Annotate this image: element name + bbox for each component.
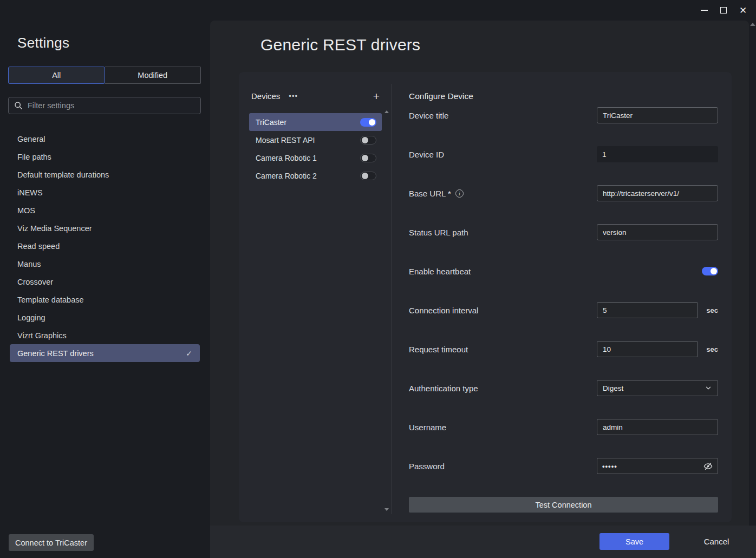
- maximize-button[interactable]: [714, 0, 733, 21]
- password-input[interactable]: [602, 462, 689, 470]
- status-url-input[interactable]: [597, 224, 718, 240]
- sidebar-item-generic-rest-drivers[interactable]: Generic REST drivers ✓: [10, 344, 200, 362]
- filter-settings-box: [8, 97, 201, 114]
- info-icon[interactable]: i: [455, 189, 464, 198]
- connection-interval-input[interactable]: [597, 302, 698, 318]
- devices-title: Devices: [251, 91, 280, 101]
- device-toggle[interactable]: [360, 154, 376, 162]
- device-row-mosart-rest-api[interactable]: Mosart REST API: [249, 131, 382, 149]
- minimize-icon: [701, 10, 708, 11]
- filter-tabs: All Modified: [8, 67, 201, 84]
- device-name: TriCaster: [256, 118, 286, 127]
- device-title-row: Device title: [409, 107, 718, 123]
- devices-panel: Devices ••• + TriCaster Mosart REST API …: [239, 72, 392, 522]
- settings-nav: General File paths Default template dura…: [10, 130, 200, 362]
- authentication-type-label: Authentication type: [409, 384, 478, 393]
- password-field: [597, 458, 718, 474]
- page-title: Generic REST drivers: [260, 36, 420, 54]
- password-row: Password: [409, 458, 718, 474]
- sidebar-item-file-paths[interactable]: File paths: [10, 148, 200, 166]
- scroll-up-icon[interactable]: [384, 110, 389, 113]
- search-icon: [14, 101, 23, 110]
- settings-title: Settings: [17, 35, 69, 51]
- device-toggle[interactable]: [360, 136, 376, 145]
- authentication-type-row: Authentication type Digest: [409, 380, 718, 396]
- device-name: Camera Robotic 1: [256, 154, 317, 162]
- toggle-knob: [711, 268, 717, 274]
- sidebar-item-inews[interactable]: iNEWS: [10, 183, 200, 201]
- device-title-label: Device title: [409, 111, 448, 120]
- tab-modified[interactable]: Modified: [105, 67, 201, 84]
- device-id-input: [597, 146, 718, 162]
- cancel-button[interactable]: Cancel: [687, 533, 746, 550]
- base-url-label: Base URL * i: [409, 189, 464, 198]
- configure-device-title: Configure Device: [409, 91, 473, 101]
- toggle-knob: [369, 119, 375, 126]
- footer-bar: Save Cancel: [210, 526, 756, 558]
- test-connection-button[interactable]: Test Connection: [409, 497, 718, 513]
- base-url-row: Base URL * i: [409, 185, 718, 201]
- device-toggle[interactable]: [360, 118, 376, 127]
- main-scrollbar[interactable]: [749, 21, 756, 526]
- connect-to-tricaster-button[interactable]: Connect to TriCaster: [9, 534, 94, 551]
- sidebar-item-default-template-durations[interactable]: Default template durations: [10, 166, 200, 183]
- enable-heartbeat-label: Enable heartbeat: [409, 267, 471, 276]
- status-url-label: Status URL path: [409, 228, 468, 237]
- sidebar-item-mos[interactable]: MOS: [10, 201, 200, 219]
- minimize-button[interactable]: [694, 0, 714, 21]
- device-row-camera-robotic-2[interactable]: Camera Robotic 2: [249, 167, 382, 185]
- toggle-knob: [362, 173, 368, 179]
- device-list: TriCaster Mosart REST API Camera Robotic…: [249, 113, 382, 185]
- sidebar-item-viz-media-sequencer[interactable]: Viz Media Sequencer: [10, 219, 200, 237]
- sidebar-item-general[interactable]: General: [10, 130, 200, 148]
- close-icon: ✕: [739, 6, 747, 15]
- add-device-icon[interactable]: +: [373, 90, 380, 102]
- sidebar-item-template-database[interactable]: Template database: [10, 291, 200, 308]
- scrollbar-up-icon[interactable]: [750, 23, 755, 26]
- request-timeout-control: sec: [597, 341, 718, 357]
- request-timeout-row: Request timeout sec: [409, 341, 718, 357]
- request-timeout-unit: sec: [706, 345, 718, 353]
- sidebar-item-read-speed[interactable]: Read speed: [10, 237, 200, 255]
- save-button[interactable]: Save: [599, 533, 669, 550]
- password-label: Password: [409, 462, 445, 471]
- toggle-knob: [362, 137, 368, 143]
- device-row-camera-robotic-1[interactable]: Camera Robotic 1: [249, 149, 382, 167]
- connection-interval-label: Connection interval: [409, 306, 478, 315]
- main-panel: Generic REST drivers Devices ••• + TriCa…: [210, 21, 749, 526]
- toggle-knob: [362, 155, 368, 161]
- titlebar: ✕: [0, 0, 756, 21]
- connection-interval-control: sec: [597, 302, 718, 318]
- enable-heartbeat-toggle[interactable]: [702, 267, 718, 275]
- chevron-down-icon: [705, 384, 712, 392]
- sidebar-item-label: Generic REST drivers: [17, 349, 94, 358]
- scroll-down-icon[interactable]: [384, 508, 389, 511]
- panel-divider: [392, 84, 392, 514]
- sidebar-item-vizrt-graphics[interactable]: Vizrt Graphics: [10, 326, 200, 344]
- username-input[interactable]: [597, 419, 718, 435]
- device-title-input[interactable]: [597, 107, 718, 123]
- authentication-type-select[interactable]: Digest: [597, 380, 718, 396]
- request-timeout-input[interactable]: [597, 341, 698, 357]
- rest-drivers-card: Devices ••• + TriCaster Mosart REST API …: [239, 72, 732, 522]
- sidebar-item-manus[interactable]: Manus: [10, 255, 200, 273]
- device-name: Camera Robotic 2: [256, 172, 317, 180]
- device-id-row: Device ID: [409, 146, 718, 162]
- sidebar-item-logging[interactable]: Logging: [10, 308, 200, 326]
- tab-all[interactable]: All: [8, 67, 105, 84]
- device-row-tricaster[interactable]: TriCaster: [249, 113, 382, 131]
- sidebar-item-crossover[interactable]: Crossover: [10, 273, 200, 291]
- close-button[interactable]: ✕: [733, 0, 753, 21]
- connection-interval-unit: sec: [706, 306, 718, 314]
- filter-settings-input[interactable]: [28, 101, 195, 110]
- status-url-row: Status URL path: [409, 224, 718, 240]
- device-name: Mosart REST API: [256, 136, 315, 145]
- base-url-input[interactable]: [597, 185, 718, 201]
- eye-off-icon[interactable]: [703, 462, 713, 471]
- username-row: Username: [409, 419, 718, 435]
- maximize-icon: [720, 7, 727, 14]
- username-label: Username: [409, 423, 446, 432]
- more-menu-icon[interactable]: •••: [289, 92, 298, 100]
- configure-device-form: Configure Device Device title Device ID …: [409, 72, 718, 522]
- device-toggle[interactable]: [360, 172, 376, 180]
